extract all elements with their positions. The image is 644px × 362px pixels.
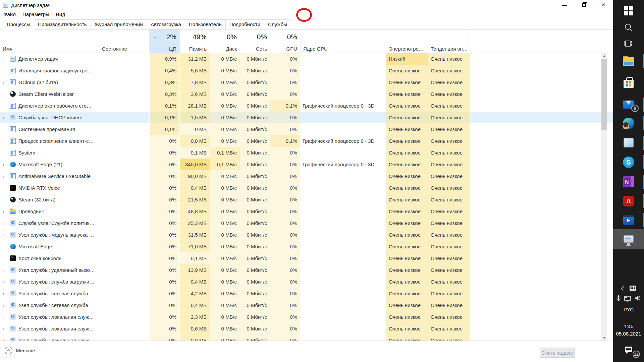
- process-name-cell[interactable]: Процесс исполнения клиент-с…: [0, 135, 99, 147]
- process-row[interactable]: Системные прерывания0,1%0 МБ0 МБ/с0 Мбит…: [0, 123, 613, 135]
- process-name-cell[interactable]: ›Служба узла: Служба политик…: [0, 217, 99, 229]
- process-row[interactable]: ›Узел службы: локальная служ…0%0,9 МБ0 М…: [0, 335, 613, 341]
- column-gpu-engine[interactable]: Ядро GPU: [303, 46, 328, 52]
- expander-chevron-icon[interactable]: ›: [3, 56, 10, 62]
- process-name-cell[interactable]: Изоляция графов аудиоустро…: [0, 65, 99, 76]
- clock-date[interactable]: 05.08.2021: [613, 330, 644, 337]
- expander-chevron-icon[interactable]: ›: [3, 279, 10, 285]
- process-name-cell[interactable]: ›Узел службы: локальная служ…: [0, 323, 99, 335]
- tab-app-history[interactable]: Журнал приложений: [91, 19, 147, 29]
- process-row[interactable]: Изоляция графов аудиоустро…0,4%5,6 МБ0 М…: [0, 65, 613, 76]
- gpu-engine-usage-header[interactable]: [300, 29, 386, 44]
- column-gpu[interactable]: GPU: [286, 46, 297, 52]
- skype-button[interactable]: S: [613, 154, 644, 170]
- process-row[interactable]: Хост окна консоли0%0,1 МБ0 МБ/с0 Мбит/с0…: [0, 252, 613, 264]
- microsoft-store-button[interactable]: [613, 74, 644, 90]
- process-row[interactable]: ›Служба узла: DHCP-клиент0,1%1,5 МБ0 МБ/…: [0, 112, 613, 123]
- scroll-up-arrow-icon[interactable]: ▲: [601, 53, 607, 59]
- disk-usage-header[interactable]: 0%: [210, 29, 240, 44]
- mail-button[interactable]: 8: [613, 97, 644, 113]
- network-usage-header[interactable]: 0%: [240, 29, 270, 44]
- process-name-cell[interactable]: NVIDIA RTX Voice: [0, 182, 99, 194]
- process-name-cell[interactable]: ›Диспетчер задач: [0, 53, 99, 65]
- process-row[interactable]: ›Узел службы: локальная служ…0%0,6 МБ0 М…: [0, 323, 613, 335]
- process-name-cell[interactable]: Диспетчер окон рабочего сто…: [0, 100, 99, 112]
- process-name-cell[interactable]: ›Узел службы: модуль запуска …: [0, 229, 99, 241]
- expander-chevron-icon[interactable]: ›: [3, 232, 10, 238]
- process-name-cell[interactable]: ›Узел службы: сетевая служба: [0, 288, 99, 299]
- process-row[interactable]: ›Диспетчер задач0,9%31,2 МБ0 МБ/с0 Мбит/…: [0, 53, 613, 65]
- gpu-usage-header[interactable]: 0%: [270, 29, 300, 44]
- process-row[interactable]: ›Узел службы: сетевая служба0%4,2 МБ0 МБ…: [0, 288, 613, 299]
- edge-button[interactable]: [613, 115, 644, 131]
- task-manager-taskbar-button[interactable]: [613, 229, 644, 249]
- process-name-cell[interactable]: ›Microsoft Edge (21): [0, 159, 99, 170]
- menu-view[interactable]: Вид: [53, 11, 68, 18]
- expander-chevron-icon[interactable]: ›: [3, 267, 10, 273]
- movies-tv-button[interactable]: ▶: [613, 212, 644, 228]
- expander-chevron-icon[interactable]: ›: [3, 79, 10, 85]
- process-row[interactable]: ›Проводник0%48,8 МБ0 МБ/с0 Мбит/с0%Очень…: [0, 205, 613, 217]
- process-row[interactable]: ›Служба узла: Служба политик…0%25,3 МБ0 …: [0, 217, 613, 229]
- start-button[interactable]: [613, 3, 644, 19]
- process-row[interactable]: Steam (32 бита)0%21,5 МБ0 МБ/с0 Мбит/с0%…: [0, 194, 613, 205]
- task-view-button[interactable]: [613, 36, 644, 52]
- tab-processes[interactable]: Процессы: [3, 19, 34, 29]
- process-name-cell[interactable]: ›Служба узла: DHCP-клиент: [0, 112, 99, 123]
- process-row[interactable]: ›Узел службы: модуль запуска …0%31,5 МБ0…: [0, 229, 613, 241]
- process-row[interactable]: ›Antimalware Service Executable0%90,0 МБ…: [0, 170, 613, 182]
- process-row[interactable]: NVIDIA RTX Voice0%0,4 МБ0 МБ/с0 Мбит/с0%…: [0, 182, 613, 194]
- process-row[interactable]: Microsoft Edge0%71,0 МБ0 МБ/с0 Мбит/с0%О…: [0, 241, 613, 252]
- process-name-cell[interactable]: Steam (32 бита): [0, 194, 99, 205]
- expander-chevron-icon[interactable]: ›: [3, 338, 10, 341]
- process-name-cell[interactable]: ›Узел службы: локальная служ…: [0, 335, 99, 341]
- acrobat-button[interactable]: Λ: [613, 193, 644, 209]
- process-name-cell[interactable]: ›GCloud (32 бита): [0, 76, 99, 88]
- process-row[interactable]: ›Узел службы: сетевая служба0%0,4 МБ0 МБ…: [0, 299, 613, 311]
- power-trend-header[interactable]: [428, 29, 470, 44]
- expander-chevron-icon[interactable]: ›: [3, 115, 10, 120]
- process-row[interactable]: ›Узел службы: локальная служ…0%2,3 МБ0 М…: [0, 311, 613, 323]
- process-name-cell[interactable]: ›Узел службы: сетевая служба: [0, 299, 99, 311]
- close-button[interactable]: ✕: [594, 0, 613, 10]
- scroll-down-arrow-icon[interactable]: ▼: [601, 335, 607, 341]
- clock-time[interactable]: 1:45: [613, 322, 644, 330]
- process-name-cell[interactable]: Системные прерывания: [0, 123, 99, 135]
- process-name-cell[interactable]: ›Узел службы: удаленный вызо…: [0, 264, 99, 276]
- process-name-cell[interactable]: System: [0, 147, 99, 159]
- expander-chevron-icon[interactable]: ›: [3, 173, 10, 179]
- expander-chevron-icon[interactable]: ›: [3, 220, 10, 226]
- process-name-cell[interactable]: Steam Client WebHelper: [0, 88, 99, 100]
- expander-chevron-icon[interactable]: ›: [3, 314, 10, 320]
- process-row[interactable]: Диспетчер окон рабочего сто…0,1%28,1 МБ0…: [0, 100, 613, 112]
- expander-chevron-icon[interactable]: ›: [3, 291, 10, 296]
- microphone-icon[interactable]: [616, 295, 621, 302]
- fewer-details-toggle[interactable]: Меньше: [5, 347, 35, 354]
- chevron-left-icon[interactable]: [621, 286, 625, 291]
- process-row[interactable]: ›GCloud (32 бита)0,3%7,8 МБ0 МБ/с0 Мбит/…: [0, 76, 613, 88]
- process-name-cell[interactable]: ›Проводник: [0, 205, 99, 217]
- process-name-cell[interactable]: Хост окна консоли: [0, 252, 99, 264]
- menu-file[interactable]: Файл: [3, 11, 19, 18]
- process-name-cell[interactable]: Microsoft Edge: [0, 241, 99, 252]
- onenote-button[interactable]: N: [613, 174, 644, 190]
- expander-chevron-icon[interactable]: ›: [3, 162, 10, 167]
- action-center-button[interactable]: 12: [613, 343, 644, 357]
- column-power-trend[interactable]: Тенденция эн…: [431, 46, 468, 52]
- tab-services[interactable]: Службы: [264, 19, 291, 29]
- scrollbar-thumb[interactable]: [601, 59, 607, 130]
- process-name-cell[interactable]: ›Узел службы: служба загрузки…: [0, 276, 99, 288]
- tab-startup[interactable]: Автозагрузка: [147, 19, 185, 29]
- notepad-button[interactable]: [613, 135, 644, 151]
- cpu-usage-header[interactable]: ⌄ 2%: [149, 29, 179, 44]
- process-name-cell[interactable]: ›Antimalware Service Executable: [0, 170, 99, 182]
- menu-options[interactable]: Параметры: [19, 11, 53, 18]
- column-network[interactable]: Сеть: [256, 46, 267, 52]
- expander-chevron-icon[interactable]: ›: [3, 326, 10, 331]
- power-usage-header[interactable]: [386, 29, 428, 44]
- tab-performance[interactable]: Производительность: [34, 19, 91, 29]
- column-status[interactable]: Состояние: [102, 46, 127, 52]
- expander-chevron-icon[interactable]: ›: [3, 208, 10, 214]
- file-explorer-button[interactable]: [613, 53, 644, 69]
- network-icon[interactable]: [624, 295, 632, 302]
